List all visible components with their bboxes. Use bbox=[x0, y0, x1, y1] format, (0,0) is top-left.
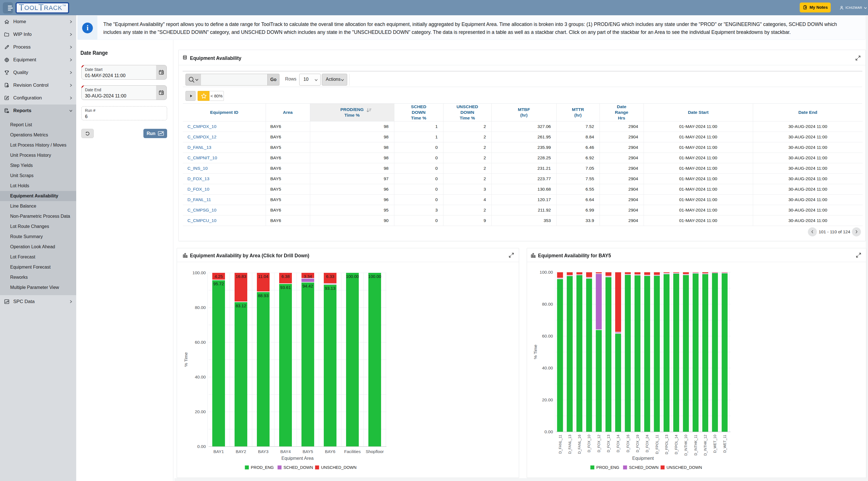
svg-text:40.00: 40.00 bbox=[542, 365, 553, 370]
svg-text:88.93: 88.93 bbox=[258, 293, 269, 298]
svg-text:% Time: % Time bbox=[184, 352, 188, 367]
svg-text:D_FANL_11: D_FANL_11 bbox=[558, 435, 562, 454]
svg-text:Facilities: Facilities bbox=[344, 449, 361, 454]
svg-text:60.00: 60.00 bbox=[542, 334, 553, 338]
svg-text:D_WET_10: D_WET_10 bbox=[713, 435, 717, 453]
svg-text:83.12: 83.12 bbox=[236, 303, 246, 308]
svg-text:SCHED_DOWN: SCHED_DOWN bbox=[629, 465, 658, 470]
svg-text:0.00: 0.00 bbox=[197, 444, 206, 449]
svg-text:16.83: 16.83 bbox=[236, 274, 246, 279]
svg-text:93.61: 93.61 bbox=[280, 285, 291, 290]
svg-text:Shopfloor: Shopfloor bbox=[366, 449, 383, 454]
svg-text:93.13: 93.13 bbox=[325, 286, 336, 291]
svg-text:20.00: 20.00 bbox=[195, 409, 206, 414]
svg-text:100.00: 100.00 bbox=[368, 274, 381, 279]
svg-text:PROD_ENG: PROD_ENG bbox=[251, 465, 274, 470]
svg-text:D_FOX_10: D_FOX_10 bbox=[587, 435, 591, 452]
svg-text:D_FOX_12: D_FOX_12 bbox=[597, 435, 601, 452]
svg-text:6.33: 6.33 bbox=[326, 274, 334, 279]
svg-text:3.34: 3.34 bbox=[304, 274, 312, 279]
svg-text:BAY3: BAY3 bbox=[258, 449, 269, 454]
svg-text:BAY6: BAY6 bbox=[325, 449, 335, 454]
svg-text:D_FPOL_11: D_FPOL_11 bbox=[655, 435, 659, 454]
svg-text:D_FOX_16: D_FOX_16 bbox=[626, 435, 630, 452]
svg-text:Equipment Area: Equipment Area bbox=[281, 456, 314, 461]
svg-text:100.00: 100.00 bbox=[346, 274, 359, 279]
svg-text:D_FPOL_14: D_FPOL_14 bbox=[674, 435, 678, 454]
svg-text:D_WET_11: D_WET_11 bbox=[723, 435, 727, 453]
svg-text:SCHED_DOWN: SCHED_DOWN bbox=[283, 465, 313, 470]
svg-text:BAY2: BAY2 bbox=[236, 449, 246, 454]
svg-text:Equipment: Equipment bbox=[632, 456, 654, 461]
svg-text:0.00: 0.00 bbox=[545, 429, 553, 434]
svg-text:% Time: % Time bbox=[533, 344, 538, 359]
svg-text:D_INTHK_11: D_INTHK_11 bbox=[694, 435, 698, 455]
svg-text:D_FOX_14: D_FOX_14 bbox=[616, 435, 620, 452]
svg-text:PROD_ENG: PROD_ENG bbox=[596, 465, 619, 470]
svg-text:60.00: 60.00 bbox=[195, 340, 206, 344]
svg-text:95.72: 95.72 bbox=[213, 281, 224, 286]
svg-text:D_FOX_13: D_FOX_13 bbox=[607, 435, 611, 452]
svg-text:UNSCHED_DOWN: UNSCHED_DOWN bbox=[321, 465, 356, 470]
svg-text:11.04: 11.04 bbox=[258, 274, 268, 279]
svg-text:D_FANL_16: D_FANL_16 bbox=[578, 435, 582, 454]
svg-text:6.38: 6.38 bbox=[281, 274, 290, 279]
svg-text:BAY5: BAY5 bbox=[303, 449, 313, 454]
svg-text:D_INTHK_12: D_INTHK_12 bbox=[704, 435, 707, 456]
svg-text:100.00: 100.00 bbox=[192, 270, 206, 275]
svg-text:80.00: 80.00 bbox=[542, 302, 553, 306]
svg-text:100.00: 100.00 bbox=[540, 270, 553, 274]
svg-text:BAY4: BAY4 bbox=[280, 449, 291, 454]
svg-text:D_FOX_24: D_FOX_24 bbox=[645, 435, 649, 452]
svg-text:D_FPOL_13: D_FPOL_13 bbox=[665, 435, 669, 454]
svg-text:UNSCHED_DOWN: UNSCHED_DOWN bbox=[666, 465, 702, 470]
svg-text:80.00: 80.00 bbox=[195, 305, 206, 310]
svg-text:D_FOX_19: D_FOX_19 bbox=[636, 435, 640, 452]
svg-text:94.42: 94.42 bbox=[303, 283, 313, 289]
svg-text:D_INTHK_10: D_INTHK_10 bbox=[684, 435, 688, 456]
svg-text:40.00: 40.00 bbox=[195, 374, 206, 379]
svg-text:20.00: 20.00 bbox=[542, 397, 553, 402]
svg-text:4.25: 4.25 bbox=[215, 274, 223, 279]
svg-text:D_FANL_13: D_FANL_13 bbox=[568, 435, 572, 454]
svg-text:BAY1: BAY1 bbox=[213, 449, 224, 454]
